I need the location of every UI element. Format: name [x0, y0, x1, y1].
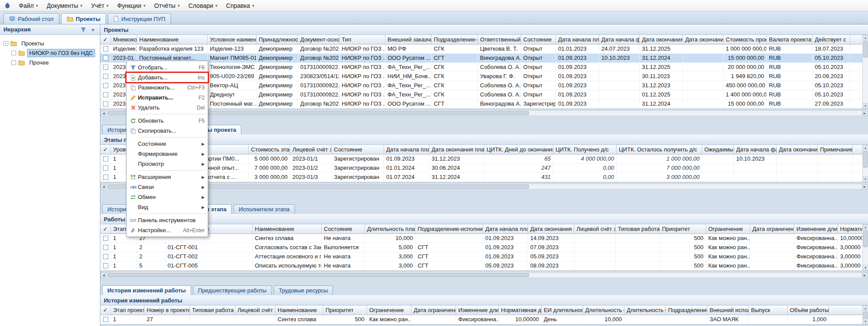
column-header[interactable]: Ограничение — [706, 224, 750, 233]
column-header[interactable]: Стоимость этапа — [249, 145, 290, 154]
column-header[interactable]: Состояние — [521, 35, 556, 44]
table-row[interactable]: 1201-СГТ-001Согласовать состав с Заказчи… — [100, 243, 868, 252]
row-checkbox[interactable] — [103, 245, 108, 250]
column-header[interactable]: Условное наименован... — [208, 35, 257, 44]
column-header[interactable]: Типовая работа — [190, 305, 235, 315]
row-checkbox[interactable] — [103, 175, 108, 180]
column-header[interactable]: ✓ — [100, 305, 111, 315]
projects-hscrollbar[interactable]: ◀▶ — [100, 110, 868, 116]
column-header[interactable]: Выпуск — [749, 305, 788, 315]
table-row[interactable]: 1501-СГТ-005Описать используемую техноло… — [100, 261, 868, 271]
column-header[interactable]: Подразделение-исполнител... — [415, 224, 483, 233]
expander-icon[interactable] — [11, 60, 16, 65]
column-header[interactable]: Внешний заказчик — [385, 35, 432, 44]
table-row[interactable]: 2023-04Вектор-АЦДемопример017310000922..… — [100, 81, 868, 90]
column-header[interactable]: Этап проекта — [111, 305, 144, 315]
scroll-right-icon[interactable]: ▶ — [862, 111, 868, 116]
subtab[interactable]: История изменений работы — [102, 285, 191, 295]
column-header[interactable]: Состояние — [332, 145, 384, 154]
column-header[interactable]: Ожидаемые резул... — [702, 145, 734, 154]
tree-item[interactable]: Прочее — [2, 58, 98, 67]
row-checkbox[interactable] — [103, 156, 108, 161]
vertical-scrollbar[interactable]: ▲▼ — [862, 145, 868, 182]
subtab[interactable]: Предшествующие работы — [193, 285, 272, 295]
scroll-up-icon[interactable]: ▲ — [863, 145, 868, 151]
menu-item[interactable]: Документы▾ — [43, 1, 86, 10]
column-header[interactable]: Типовая работа — [616, 224, 660, 233]
column-header[interactable]: ✓ — [100, 224, 111, 233]
column-header[interactable]: Лицевой счёт затр... — [574, 224, 616, 233]
scroll-up-icon[interactable]: ▲ — [863, 35, 868, 41]
column-header[interactable]: Стоимость проект... — [724, 35, 767, 44]
column-header[interactable]: Дата начала план. — [556, 35, 599, 44]
column-header[interactable]: Дата ограничения — [412, 305, 456, 315]
column-header[interactable]: Лицевой счёт затр... — [235, 305, 275, 315]
context-menu-item[interactable]: Настройки...Alt+Enter — [127, 225, 208, 235]
stages-hscrollbar[interactable]: ◀▶ — [100, 184, 868, 189]
table-row[interactable]: 1201-СГТ-002Аттестация основного и присо… — [100, 252, 868, 261]
column-header[interactable]: Приоритет — [660, 224, 706, 233]
row-checkbox[interactable] — [103, 92, 108, 97]
column-header[interactable]: Ответственный — [478, 35, 521, 44]
context-menu-item[interactable]: Исправить...F2 — [127, 93, 208, 103]
column-header[interactable]: Наименование — [137, 35, 208, 44]
row-checkbox[interactable] — [103, 65, 108, 70]
table-row[interactable]: 1й партии ПМ0...5 000 000,002023-01/1Зар… — [100, 154, 868, 164]
scroll-left-icon[interactable]: ◀ — [101, 184, 106, 189]
table-row[interactable]: 2023-01пПостоянный маг...ДемопримерДогов… — [100, 100, 868, 109]
context-menu-item[interactable]: Панель инструментов — [127, 215, 208, 225]
context-menu-item[interactable]: Связи▶ — [127, 182, 208, 192]
column-header[interactable]: Дата окончания пл... — [640, 35, 683, 44]
scrollbar-thumb[interactable] — [863, 151, 868, 168]
column-header[interactable]: Дата начала факт. — [599, 35, 640, 44]
row-checkbox[interactable] — [103, 83, 108, 88]
table-row[interactable]: 2023-01Постоянный магнит...Магнит ПМ085-… — [100, 54, 868, 63]
context-menu-item[interactable]: Просмотр▶ — [127, 159, 208, 169]
context-menu-item[interactable]: УдалитьDel — [127, 103, 208, 113]
row-checkbox[interactable] — [103, 165, 108, 171]
row-checkbox[interactable] — [103, 55, 108, 61]
row-checkbox[interactable] — [103, 236, 108, 241]
context-menu-item[interactable]: Формирование▶ — [127, 149, 208, 159]
column-header[interactable]: Подразделение-от... — [432, 35, 478, 44]
column-header[interactable]: Дата окончания план — [429, 145, 484, 154]
table-row[interactable]: 2023-05ДредноутДемопример017310000922...… — [100, 90, 868, 100]
menu-item[interactable]: Файл▾ — [15, 1, 42, 10]
context-menu-item[interactable]: Состояние▶ — [127, 139, 208, 149]
row-checkbox[interactable] — [103, 46, 108, 51]
column-header[interactable]: Тип — [340, 35, 385, 44]
scroll-down-icon[interactable]: ▼ — [863, 176, 868, 182]
scroll-up-icon[interactable]: ▲ — [863, 224, 868, 230]
column-header[interactable]: ЦИТК. Получено д/с — [553, 145, 617, 154]
scroll-down-icon[interactable]: ▼ — [863, 103, 868, 109]
table-row[interactable]: 127Синтез сплаваНе начата10,00001.09.202… — [100, 234, 868, 243]
column-header[interactable]: Внешний исполни... — [707, 305, 749, 315]
context-menu-item[interactable]: Скопировать... — [127, 126, 208, 136]
column-header[interactable]: Наименование — [253, 224, 322, 233]
column-header[interactable]: ЦИТК. Осталось получить д/с — [617, 145, 702, 154]
column-header[interactable]: ЕИ длительности — [542, 305, 583, 315]
tree-item[interactable]: -Проекты — [2, 38, 98, 48]
column-header[interactable]: ЦИТК. Дней до окончания — [484, 145, 553, 154]
scroll-up-icon[interactable]: ▲ — [863, 305, 868, 311]
filter-icon[interactable] — [80, 26, 87, 33]
column-header[interactable]: Длительность пла... — [583, 305, 624, 315]
scroll-left-icon[interactable]: ◀ — [101, 111, 106, 116]
menu-item[interactable]: Словари▾ — [185, 1, 221, 10]
column-header[interactable]: Дата начала факт — [734, 145, 777, 154]
table-row[interactable]: 1ого отчета с ...3 000 000,002023-01/3За… — [100, 173, 868, 182]
context-menu-item[interactable]: Обмен▶ — [127, 192, 208, 202]
scrollbar-thumb[interactable] — [863, 41, 868, 58]
column-header[interactable]: Дата начала план — [384, 145, 429, 154]
menu-item[interactable]: Функции▾ — [113, 1, 150, 10]
column-header[interactable]: Дата окончания ф... — [683, 35, 724, 44]
doc-tab[interactable]: Инструкции ПУП — [108, 13, 171, 24]
subtab[interactable]: Исполнители этапа — [233, 204, 295, 214]
column-header[interactable]: Ограничение — [367, 305, 412, 315]
column-header[interactable]: Лицевой счёт затрат... — [290, 145, 332, 154]
table-row[interactable]: Изделие123Разработка изделия 123Изделие-… — [100, 45, 868, 54]
column-header[interactable]: Дата ограничения — [750, 224, 794, 233]
row-checkbox[interactable] — [103, 254, 108, 259]
subtab[interactable]: Трудовые ресурсы — [274, 285, 333, 295]
column-header[interactable]: ✓ — [100, 35, 111, 44]
